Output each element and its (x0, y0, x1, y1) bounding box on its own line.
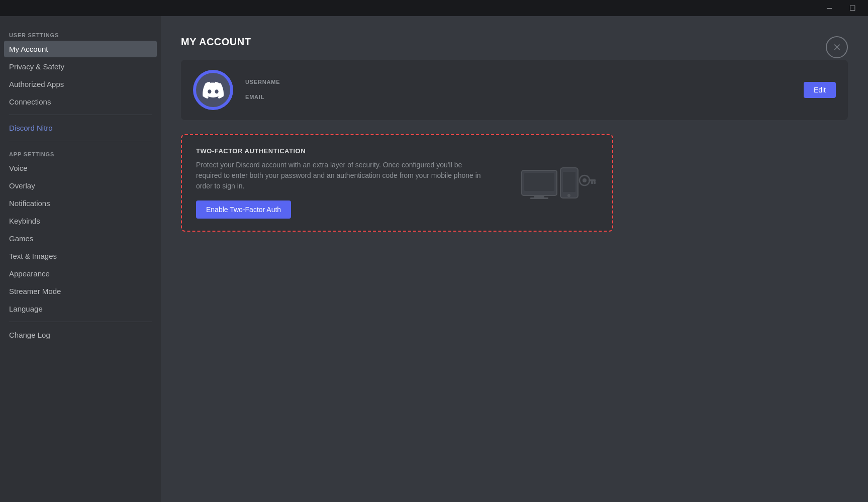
sidebar-item-change-log[interactable]: Change Log (4, 327, 157, 343)
sidebar-item-authorized-apps[interactable]: Authorized Apps (4, 76, 157, 92)
sidebar-item-streamer-mode[interactable]: Streamer Mode (4, 283, 157, 299)
email-label: EMAIL (245, 94, 836, 100)
profile-card: USERNAME EMAIL Edit (181, 60, 848, 120)
svg-rect-11 (591, 181, 593, 184)
sidebar-item-connections[interactable]: Connections (4, 93, 157, 110)
app-settings-label: APP SETTINGS (4, 147, 157, 159)
discord-logo-icon (201, 78, 225, 102)
close-button[interactable]: ✕ (826, 36, 848, 58)
svg-rect-10 (594, 181, 596, 184)
minimize-button[interactable]: ─ (818, 0, 841, 16)
sidebar-item-text-images[interactable]: Text & Images (4, 248, 157, 264)
svg-rect-9 (589, 179, 596, 181)
sidebar-item-games[interactable]: Games (4, 230, 157, 247)
enable-tfa-button[interactable]: Enable Two-Factor Auth (196, 200, 291, 219)
tfa-description: Protect your Discord account with an ext… (196, 160, 488, 191)
svg-rect-5 (563, 172, 575, 192)
sidebar-item-discord-nitro[interactable]: Discord Nitro (4, 120, 157, 136)
profile-info: USERNAME EMAIL (245, 79, 836, 101)
title-bar: ─ ☐ (0, 0, 868, 16)
edit-profile-button[interactable]: Edit (804, 82, 836, 98)
tfa-title: TWO-FACTOR AUTHENTICATION (196, 147, 506, 155)
tfa-section: TWO-FACTOR AUTHENTICATION Protect your D… (181, 134, 613, 232)
svg-point-8 (583, 178, 587, 182)
svg-point-6 (567, 194, 570, 197)
content-area: ✕ ESC MY ACCOUNT USERNAME (161, 16, 868, 502)
divider-3 (9, 322, 152, 322)
maximize-button[interactable]: ☐ (841, 0, 864, 16)
svg-rect-2 (534, 195, 544, 197)
sidebar-item-language[interactable]: Language (4, 300, 157, 317)
divider-2 (9, 141, 152, 141)
tfa-illustration-icon (519, 163, 597, 203)
sidebar-item-keybinds[interactable]: Keybinds (4, 213, 157, 229)
username-label: USERNAME (245, 79, 836, 85)
tfa-illustration (518, 163, 598, 203)
svg-rect-1 (524, 173, 554, 191)
main-layout: USER SETTINGS My Account Privacy & Safet… (0, 16, 868, 502)
divider-1 (9, 115, 152, 115)
tfa-content: TWO-FACTOR AUTHENTICATION Protect your D… (196, 147, 506, 219)
email-field: EMAIL (245, 94, 836, 101)
username-field: USERNAME (245, 79, 836, 86)
sidebar: USER SETTINGS My Account Privacy & Safet… (0, 16, 161, 502)
sidebar-item-appearance[interactable]: Appearance (4, 265, 157, 282)
page-title: MY ACCOUNT (181, 36, 848, 48)
svg-rect-3 (530, 197, 548, 199)
user-settings-label: USER SETTINGS (4, 28, 157, 40)
sidebar-item-notifications[interactable]: Notifications (4, 195, 157, 212)
avatar (193, 70, 233, 110)
sidebar-item-privacy-safety[interactable]: Privacy & Safety (4, 58, 157, 75)
sidebar-item-my-account[interactable]: My Account (4, 41, 157, 57)
avatar-inner (196, 73, 230, 107)
sidebar-item-overlay[interactable]: Overlay (4, 177, 157, 194)
sidebar-item-voice[interactable]: Voice (4, 160, 157, 176)
